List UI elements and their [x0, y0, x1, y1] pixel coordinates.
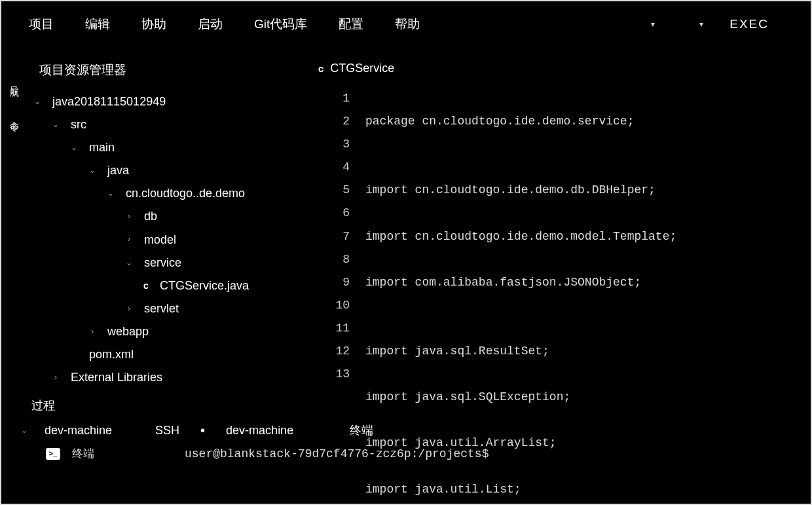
tree-label: service — [144, 252, 181, 274]
dropdown-2-icon[interactable]: ▾ — [681, 20, 722, 29]
tree-label: webapp — [107, 320, 149, 343]
chevron-right-icon: › — [123, 232, 135, 247]
menubar: 项目 编辑 协助 启动 Git代码库 配置 帮助 ▾ ▾ EXEC — [1, 1, 811, 47]
menu-git[interactable]: Git代码库 — [242, 13, 319, 35]
tree-webapp[interactable]: › webapp — [31, 320, 309, 343]
menu-help[interactable]: 帮助 — [383, 13, 432, 35]
tree-model[interactable]: › model — [31, 229, 309, 252]
code-line: import com.alibaba.fastjson.JSONObject; — [365, 271, 804, 294]
tree-label: External Libraries — [71, 366, 162, 389]
machine-name-2: dev-machine — [226, 424, 293, 438]
tree-db[interactable]: › db — [31, 205, 309, 228]
vtab-cmd[interactable]: 命令 — [9, 114, 20, 117]
editor-tab[interactable]: c CTGService — [318, 54, 804, 87]
explorer-title: 项目资源管理器 — [31, 54, 309, 90]
tree-label: main — [89, 136, 115, 159]
machine-name[interactable]: dev-machine — [45, 424, 112, 438]
project-tree: ⌄ java20181115012949 ⌄ src ⌄ main ⌄ java… — [31, 90, 309, 389]
terminal-prompt[interactable]: user@blankstack-79d7cf4776-zcz6p:/projec… — [185, 447, 489, 460]
code-content[interactable]: package cn.cloudtogo.ide.demo.service; i… — [365, 87, 804, 505]
tree-service[interactable]: ⌄ service — [31, 252, 309, 274]
chevron-down-icon: ⌄ — [123, 255, 135, 271]
menu-project[interactable]: 项目 — [17, 13, 65, 35]
tree-pkg[interactable]: ⌄ cn.cloudtogo..de.demo — [31, 182, 309, 205]
editor-pane: c CTGService 12345678910111213 package c… — [316, 47, 811, 392]
ssh-label[interactable]: SSH — [155, 424, 179, 438]
tree-label: src — [71, 113, 86, 136]
chevron-right-icon: › — [123, 209, 135, 224]
status-dot-icon: • — [196, 423, 209, 438]
tree-src[interactable]: ⌄ src — [31, 113, 309, 136]
menu-edit[interactable]: 编辑 — [73, 13, 122, 35]
tree-label: CTGService.java — [160, 274, 249, 297]
code-line: import cn.cloudtogo.ide.demo.model.Templ… — [365, 225, 804, 248]
chevron-down-icon: ⌄ — [31, 94, 43, 109]
tree-java[interactable]: ⌄ java — [31, 159, 309, 182]
chevron-right-icon: › — [123, 301, 135, 316]
chevron-down-icon[interactable]: ⌄ — [21, 426, 28, 435]
line-gutter: 12345678910111213 — [318, 87, 365, 505]
dropdown-1-icon[interactable]: ▾ — [633, 20, 673, 29]
menu-run[interactable]: 启动 — [186, 13, 234, 35]
workspace: 导航 命令 项目资源管理器 ⌄ java20181115012949 ⌄ src… — [1, 47, 811, 392]
vtab-nav[interactable]: 导航 — [9, 79, 20, 81]
tree-label: model — [144, 229, 176, 252]
code-line: import java.sql.ResultSet; — [365, 340, 804, 363]
tree-label: java20181115012949 — [52, 90, 166, 113]
tree-main[interactable]: ⌄ main — [31, 136, 309, 159]
chevron-down-icon: ⌄ — [50, 117, 62, 132]
tree-servlet[interactable]: › servlet — [31, 297, 309, 320]
editor-tab-label: CTGService — [330, 62, 394, 75]
tree-label: cn.cloudtogo..de.demo — [126, 182, 245, 205]
code-line: import cn.cloudtogo.ide.demo.db.DBHelper… — [365, 179, 804, 202]
class-icon: c — [318, 63, 323, 74]
tree-label: servlet — [144, 297, 179, 320]
code-area[interactable]: 12345678910111213 package cn.cloudtogo.i… — [318, 87, 804, 505]
terminal-icon: >_ — [46, 448, 60, 460]
tree-label: java — [107, 159, 129, 182]
tree-root[interactable]: ⌄ java20181115012949 — [31, 90, 309, 113]
menu-config[interactable]: 配置 — [327, 13, 375, 35]
code-line: import java.sql.SQLException; — [365, 386, 804, 409]
project-explorer: 项目资源管理器 ⌄ java20181115012949 ⌄ src ⌄ mai… — [28, 47, 316, 392]
tree-file-ctgservice[interactable]: c CTGService.java — [31, 274, 309, 297]
tree-external-libs[interactable]: › External Libraries — [31, 366, 309, 389]
chevron-down-icon: ⌄ — [105, 186, 117, 201]
chevron-right-icon: › — [86, 324, 98, 339]
tree-label: db — [144, 205, 157, 228]
menu-assist[interactable]: 协助 — [130, 13, 178, 35]
terminal-name: 终端 — [72, 446, 94, 461]
terminal-label[interactable]: 终端 — [350, 422, 373, 438]
class-icon: c — [141, 277, 151, 295]
code-line: package cn.cloudtogo.ide.demo.service; — [365, 110, 804, 133]
vertical-tabstrip: 导航 命令 — [1, 47, 28, 392]
chevron-down-icon: ⌄ — [86, 163, 98, 178]
chevron-down-icon: ⌄ — [68, 140, 80, 155]
chevron-right-icon: › — [50, 370, 62, 385]
exec-button[interactable]: EXEC — [729, 17, 795, 31]
tree-label: pom.xml — [89, 343, 134, 366]
tree-pom[interactable]: pom.xml — [31, 343, 309, 366]
code-line: import java.util.List; — [365, 478, 804, 501]
